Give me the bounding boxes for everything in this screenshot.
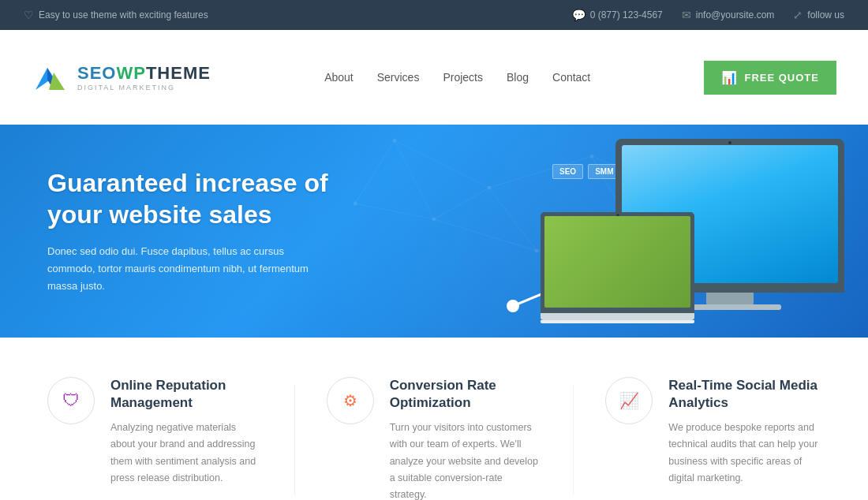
nav-services[interactable]: Services [377,71,420,84]
phone-item: 💬 0 (877) 123-4567 [572,9,663,21]
nav-about[interactable]: About [324,71,354,84]
logo-text: SEOWPTHEME DIGITAL MARKETING [77,63,211,91]
top-bar-tagline: Easy to use theme with exciting features [39,9,208,21]
feature-divider-1 [294,385,295,495]
feature-text-conversion: Conversion Rate Optimization Turn your v… [390,377,542,500]
feature-title-reputation: Online Reputation Management [110,377,263,412]
nav-blog[interactable]: Blog [507,71,529,84]
feature-icon-wrap-analytics: 📈 [605,377,653,424]
svg-point-30 [507,300,518,312]
feature-analytics: 📈 Real-Time Social Media Analytics We pr… [605,377,821,500]
feature-icon-wrap-conversion: ⚙ [327,377,374,424]
shield-icon: 🛡 [62,390,80,411]
feature-desc-reputation: Analyzing negative materials about your … [110,420,263,487]
logo[interactable]: SEOWPTHEME DIGITAL MARKETING [32,60,211,95]
feature-desc-analytics: We produce bespoke reports and technical… [668,420,821,487]
analytics-icon: 📈 [619,391,639,410]
chart-icon: 📊 [721,70,738,85]
top-bar-right: 💬 0 (877) 123-4567 ✉ info@yoursite.com ⤢… [572,9,844,21]
tag-seo: SEO [552,164,583,179]
follow-item[interactable]: ⤢ follow us [793,9,844,21]
email-address: info@yoursite.com [696,9,775,21]
feature-reputation: 🛡 Online Reputation Management Analyzing… [47,377,263,500]
logo-theme: THEME [146,63,211,83]
hero-content: Guaranteed increase of your website sale… [0,167,379,295]
feature-divider-2 [573,385,574,495]
features-section: 🛡 Online Reputation Management Analyzing… [0,338,868,500]
logo-icon [32,60,71,95]
follow-label: follow us [807,9,844,21]
logo-wp: WP [116,63,145,83]
email-icon: ✉ [682,9,691,21]
phone-number: 0 (877) 123-4567 [590,9,663,21]
hero-title: Guaranteed increase of your website sale… [47,167,331,230]
top-bar-left: ♡ Easy to use theme with exciting featur… [24,9,208,21]
feature-text-analytics: Real-Time Social Media Analytics We prod… [668,377,821,487]
nav-contact[interactable]: Contact [552,71,590,84]
laptop-illustration [541,212,694,323]
main-nav: About Services Projects Blog Contact [324,71,590,84]
hero-section: Guaranteed increase of your website sale… [0,125,868,338]
svg-point-19 [393,139,397,143]
sliders-icon: ⚙ [343,391,357,410]
feature-desc-conversion: Turn your visitors into customers with o… [390,420,542,500]
cta-label: FREE QUOTE [744,72,819,84]
feature-title-conversion: Conversion Rate Optimization [390,377,542,412]
feature-icon-wrap-reputation: 🛡 [47,377,95,424]
nav-projects[interactable]: Projects [443,71,483,84]
top-bar: ♡ Easy to use theme with exciting featur… [0,0,868,30]
share-icon: ⤢ [793,9,803,21]
header: SEOWPTHEME DIGITAL MARKETING About Servi… [0,30,868,125]
email-item: ✉ info@yoursite.com [682,9,775,21]
hero-visual: SEO SMM CRO [410,125,868,338]
logo-main: SEOWPTHEME [77,63,211,84]
free-quote-button[interactable]: 📊 FREE QUOTE [704,61,836,95]
logo-seo: SEO [77,63,116,83]
heart-icon: ♡ [24,9,34,21]
feature-title-analytics: Real-Time Social Media Analytics [668,377,821,412]
feature-conversion: ⚙ Conversion Rate Optimization Turn your… [327,377,542,500]
logo-sub: DIGITAL MARKETING [77,84,211,91]
phone-icon: 💬 [572,9,586,21]
feature-text-reputation: Online Reputation Management Analyzing n… [110,377,263,487]
hero-description: Donec sed odio dui. Fusce dapibus, tellu… [47,243,331,295]
